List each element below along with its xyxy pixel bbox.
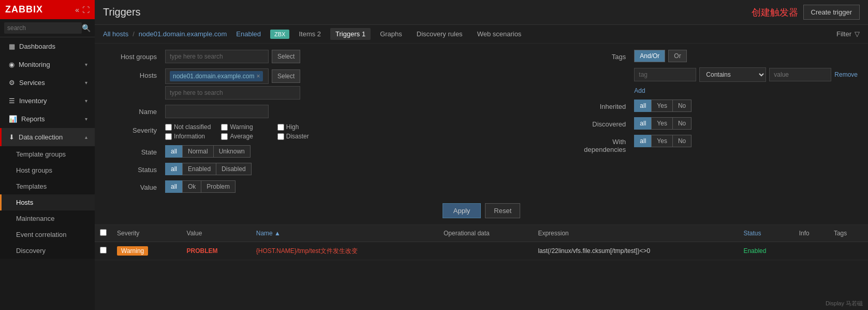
- sidebar-item-label: Monitoring: [19, 61, 85, 68]
- sidebar-item-host-groups[interactable]: Host groups: [0, 162, 95, 178]
- tab-web-scenarios[interactable]: Web scenarios: [472, 28, 527, 40]
- reset-button[interactable]: Reset: [485, 203, 520, 218]
- or-button[interactable]: Or: [668, 50, 686, 62]
- with-deps-no-button[interactable]: No: [672, 135, 692, 147]
- table-header-row: Severity Value Name ▲ Operational data E…: [95, 225, 868, 242]
- status-enabled-button[interactable]: Enabled: [182, 163, 216, 175]
- host-groups-select-button[interactable]: Select: [272, 50, 300, 63]
- reports-icon: 📊: [9, 115, 17, 123]
- collapse-icon[interactable]: «: [75, 6, 79, 14]
- status-all-button[interactable]: all: [165, 163, 183, 175]
- state-unknown-button[interactable]: Unknown: [213, 145, 251, 158]
- tab-zbx[interactable]: ZBX: [270, 30, 289, 39]
- tab-items[interactable]: Items 2: [293, 28, 326, 40]
- value-ok-button[interactable]: Ok: [182, 180, 201, 193]
- main-content: Triggers 创建触发器 Create trigger All hosts …: [95, 0, 868, 310]
- severity-disaster[interactable]: Disaster: [277, 133, 323, 140]
- row-severity: Warning: [112, 242, 182, 260]
- table-area: Severity Value Name ▲ Operational data E…: [95, 225, 868, 310]
- tag-remove-link[interactable]: Remove: [834, 71, 858, 78]
- inherited-yes-button[interactable]: Yes: [651, 100, 673, 112]
- sidebar-item-data-collection[interactable]: ⬇ Data collection ▴: [0, 128, 95, 146]
- add-tag-link[interactable]: Add: [634, 87, 645, 94]
- severity-not-classified[interactable]: Not classified: [165, 123, 211, 131]
- filter-icon[interactable]: ▽: [855, 30, 860, 38]
- hosts-search-input[interactable]: [165, 86, 300, 100]
- severity-badge: Warning: [117, 246, 148, 256]
- host-tag-remove-icon[interactable]: ×: [256, 73, 260, 80]
- inherited-no-button[interactable]: No: [672, 100, 692, 112]
- search-input[interactable]: [4, 22, 82, 34]
- value-column-header: Value: [182, 225, 251, 242]
- with-deps-all-button[interactable]: all: [634, 135, 652, 147]
- sidebar-item-event-correlation[interactable]: Event correlation: [0, 227, 95, 243]
- state-all-button[interactable]: all: [165, 145, 183, 158]
- apply-button[interactable]: Apply: [443, 203, 481, 218]
- inherited-label: Inherited: [574, 100, 626, 110]
- tag-operator-select[interactable]: Contains Equals Does not contain Does no…: [699, 67, 766, 82]
- discovered-yes-button[interactable]: Yes: [651, 117, 673, 130]
- sidebar-sub-menu: Template groups Host groups Templates Ho…: [0, 146, 95, 259]
- sidebar-item-hosts[interactable]: Hosts: [0, 194, 95, 210]
- tab-discovery-rules[interactable]: Discovery rules: [411, 28, 468, 40]
- tab-graphs[interactable]: Graphs: [375, 28, 407, 40]
- severity-information[interactable]: Information: [165, 133, 211, 140]
- inherited-all-button[interactable]: all: [634, 100, 652, 112]
- hosts-select-button[interactable]: Select: [272, 69, 300, 83]
- sidebar-item-label: Inventory: [19, 97, 85, 105]
- sidebar-item-reports[interactable]: 📊 Reports ▾: [0, 110, 95, 128]
- sidebar-item-template-groups[interactable]: Template groups: [0, 146, 95, 162]
- filter-right: Tags And/Or Or Contains: [574, 50, 858, 198]
- status-column-header[interactable]: Status: [738, 225, 793, 242]
- breadcrumb-tabs: All hosts / node01.domain.example.com En…: [103, 28, 526, 40]
- page-title: Triggers: [103, 6, 141, 18]
- chevron-down-icon: ▾: [85, 80, 87, 86]
- sidebar-search-bar: 🔍: [0, 19, 95, 37]
- sidebar-item-maintenance[interactable]: Maintenance: [0, 210, 95, 227]
- name-column-header[interactable]: Name ▲: [251, 225, 438, 242]
- state-content: all Normal Unknown: [165, 145, 553, 158]
- tab-enabled[interactable]: Enabled: [231, 28, 266, 40]
- name-input[interactable]: [165, 105, 269, 118]
- status-disabled-button[interactable]: Disabled: [216, 163, 252, 175]
- tag-name-input[interactable]: [634, 68, 696, 81]
- tab-triggers[interactable]: Triggers 1: [330, 28, 371, 40]
- inventory-icon: ☰: [9, 97, 15, 105]
- breadcrumb-all-hosts[interactable]: All hosts: [103, 30, 128, 38]
- breadcrumb-node[interactable]: node01.domain.example.com: [139, 30, 227, 38]
- host-groups-input[interactable]: [165, 50, 269, 63]
- create-trigger-button[interactable]: Create trigger: [803, 5, 860, 20]
- hosts-label: Hosts: [105, 68, 157, 79]
- severity-average[interactable]: Average: [221, 133, 267, 140]
- sidebar-item-services[interactable]: ⚙ Services ▾: [0, 74, 95, 92]
- name-label: Name: [105, 105, 157, 116]
- with-deps-yes-button[interactable]: Yes: [651, 135, 673, 147]
- discovered-btn-group: all Yes No: [634, 117, 691, 130]
- discovered-all-button[interactable]: all: [634, 117, 652, 130]
- discovered-no-button[interactable]: No: [672, 117, 692, 130]
- with-deps-label: With dependencies: [574, 135, 626, 153]
- sidebar-item-dashboards[interactable]: ▦ Dashboards: [0, 37, 95, 55]
- value-problem-button[interactable]: Problem: [201, 180, 236, 193]
- expand-icon[interactable]: ⛶: [82, 6, 90, 14]
- sidebar-item-templates[interactable]: Templates: [0, 178, 95, 194]
- logo-icons: « ⛶: [75, 6, 90, 14]
- severity-high[interactable]: High: [277, 123, 323, 131]
- trigger-name-link[interactable]: {HOST.NAME}/tmp/test文件发生改变: [256, 247, 358, 255]
- row-checkbox[interactable]: [100, 247, 107, 253]
- select-all-checkbox[interactable]: [100, 229, 107, 236]
- severity-warning[interactable]: Warning: [221, 123, 267, 131]
- filter-row-inherited: Inherited all Yes No: [574, 100, 858, 112]
- value-all-button[interactable]: all: [165, 180, 183, 193]
- tag-value-input[interactable]: [769, 68, 831, 81]
- sidebar-item-inventory[interactable]: ☰ Inventory ▾: [0, 92, 95, 110]
- row-status: Enabled: [738, 242, 793, 260]
- and-or-button[interactable]: And/Or: [634, 50, 665, 62]
- filter-actions: Apply Reset: [105, 203, 858, 218]
- sidebar-item-monitoring[interactable]: ◉ Monitoring ▾: [0, 55, 95, 74]
- services-icon: ⚙: [9, 79, 15, 87]
- state-normal-button[interactable]: Normal: [182, 145, 214, 158]
- filter-left: Host groups Select Hosts: [105, 50, 553, 198]
- value-badge: PROBLEM: [187, 247, 218, 255]
- sidebar-item-discovery[interactable]: Discovery: [0, 243, 95, 259]
